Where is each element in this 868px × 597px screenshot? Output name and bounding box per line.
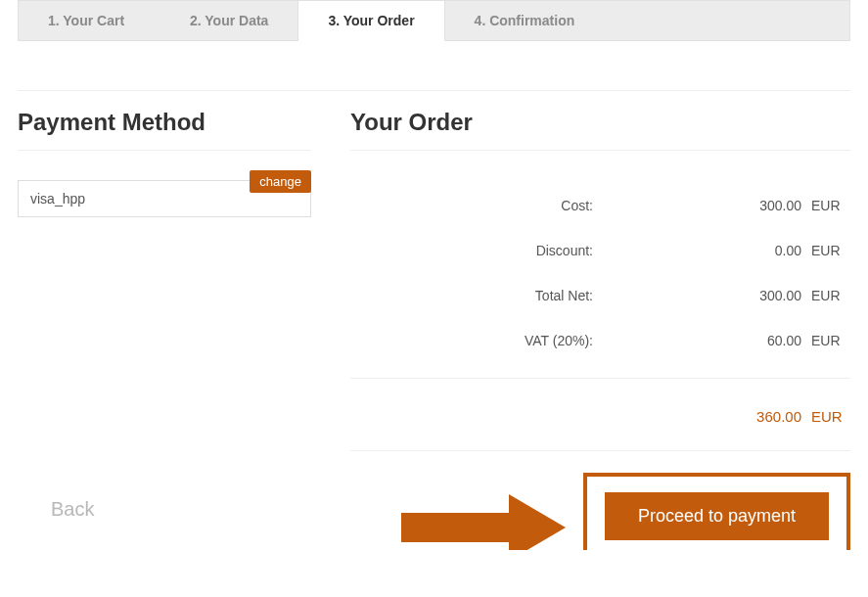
- line-label: Discount:: [350, 243, 605, 258]
- line-label: Cost:: [350, 198, 605, 213]
- line-vat: VAT (20%): 60.00 EUR: [350, 333, 850, 348]
- line-currency: EUR: [811, 198, 850, 213]
- order-summary: Cost: 300.00 EUR Discount: 0.00 EUR Tota…: [350, 198, 850, 348]
- line-value: 0.00: [605, 243, 811, 258]
- line-label: VAT (20%):: [350, 333, 605, 348]
- divider: [350, 150, 850, 151]
- divider: [18, 150, 311, 151]
- arrow-icon: [391, 488, 568, 550]
- svg-marker-0: [401, 494, 566, 550]
- divider: [350, 450, 850, 451]
- line-discount: Discount: 0.00 EUR: [350, 243, 850, 258]
- tab-your-cart[interactable]: 1. Your Cart: [19, 1, 160, 40]
- line-cost: Cost: 300.00 EUR: [350, 198, 850, 213]
- line-value: 300.00: [605, 288, 811, 303]
- tab-your-data[interactable]: 2. Your Data: [160, 1, 297, 40]
- change-payment-button[interactable]: change: [250, 170, 311, 193]
- order-total: 360.00 EUR: [350, 408, 850, 425]
- proceed-to-payment-button[interactable]: Proceed to payment: [605, 492, 829, 540]
- line-label: Total Net:: [350, 288, 605, 303]
- payment-method-heading: Payment Method: [18, 109, 311, 136]
- line-currency: EUR: [811, 333, 850, 348]
- tab-your-order[interactable]: 3. Your Order: [297, 0, 444, 41]
- back-link[interactable]: Back: [51, 498, 94, 521]
- line-currency: EUR: [811, 243, 850, 258]
- your-order-heading: Your Order: [350, 109, 850, 136]
- checkout-tabs: 1. Your Cart 2. Your Data 3. Your Order …: [18, 0, 850, 41]
- total-currency: EUR: [811, 408, 850, 425]
- proceed-highlight-box: Proceed to payment: [583, 473, 850, 550]
- line-value: 300.00: [605, 198, 811, 213]
- divider: [350, 378, 850, 379]
- line-value: 60.00: [605, 333, 811, 348]
- total-value: 360.00: [350, 408, 811, 425]
- tab-confirmation[interactable]: 4. Confirmation: [445, 1, 605, 40]
- line-total-net: Total Net: 300.00 EUR: [350, 288, 850, 303]
- line-currency: EUR: [811, 288, 850, 303]
